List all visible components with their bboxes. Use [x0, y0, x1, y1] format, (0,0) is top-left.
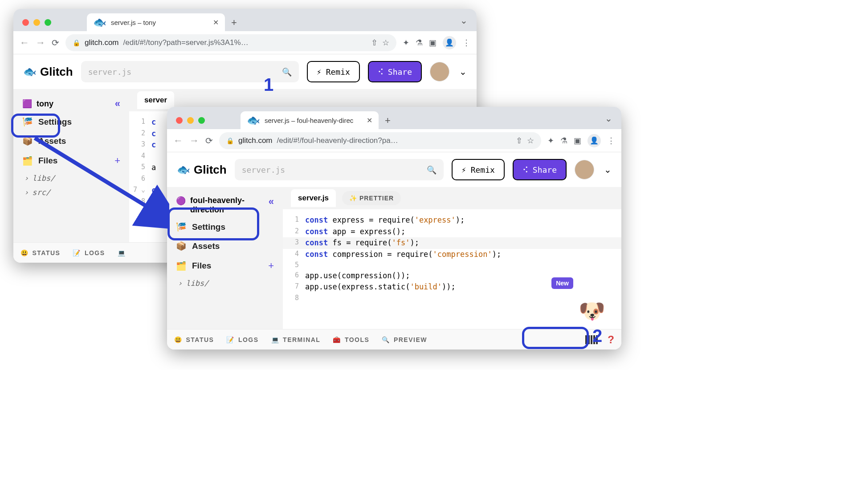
project-name: tony — [37, 99, 53, 109]
share-button[interactable]: ⠪ Share — [368, 61, 422, 82]
sidebar-item-assets[interactable]: 📦 Assets — [19, 131, 124, 150]
new-tab-button[interactable]: + — [379, 115, 397, 129]
sidepanel-icon[interactable]: ▣ — [574, 136, 581, 146]
folder-libs[interactable]: › libs/ — [172, 276, 277, 290]
add-file-icon[interactable]: + — [268, 260, 274, 272]
remix-button[interactable]: ⚡ Remix — [307, 61, 360, 82]
share-url-icon[interactable]: ⇧ — [516, 136, 522, 146]
sidebar: 🟣 foul-heavenly-direction « 🎏 Settings 📦… — [167, 187, 283, 329]
footer-bar: 😃 STATUS 📝 LOGS 💻 TERMINAL 🧰 TOOLS 🔍 PRE… — [167, 329, 621, 350]
prettier-button[interactable]: ✨ PRETTIER — [342, 191, 401, 205]
reload-button[interactable]: ⟳ — [52, 37, 59, 48]
share-label: Share — [533, 165, 557, 175]
forward-button[interactable]: → — [36, 37, 45, 49]
file-tab[interactable]: server — [137, 91, 174, 109]
address-bar[interactable]: 🔒 glitch.com/edit/#!/tony?path=server.js… — [65, 34, 396, 51]
collapse-sidebar-icon[interactable]: « — [115, 98, 120, 110]
kebab-menu-icon[interactable]: ⋮ — [607, 136, 615, 146]
add-file-icon[interactable]: + — [114, 155, 120, 167]
glitch-logo[interactable]: 🐟 Glitch — [177, 163, 227, 177]
help-button[interactable]: ? — [608, 333, 614, 346]
sidebar-item-files[interactable]: 🗂️ Files + — [19, 150, 124, 171]
folder-libs[interactable]: › libs/ — [19, 171, 124, 185]
extensions-icon[interactable]: ✦ — [403, 38, 409, 48]
footer-status[interactable]: 😃 STATUS — [174, 336, 214, 343]
tab-title: server.js – tony — [111, 19, 156, 26]
code-line: 8 — [283, 293, 621, 303]
remix-button[interactable]: ⚡ Remix — [452, 159, 505, 180]
footer-status[interactable]: 😃 STATUS — [20, 249, 60, 256]
kebab-menu-icon[interactable]: ⋮ — [462, 38, 470, 48]
app-body: 🟣 foul-heavenly-direction « 🎏 Settings 📦… — [167, 187, 621, 329]
editor-tabs: server.js ✨ PRETTIER — [283, 187, 621, 209]
profile-avatar-icon[interactable]: 👤 — [588, 134, 601, 147]
footer-label: LOGS — [85, 249, 105, 256]
minimize-window-icon[interactable] — [187, 117, 194, 124]
reload-button[interactable]: ⟳ — [205, 135, 213, 146]
labs-icon[interactable]: ⚗ — [560, 136, 567, 146]
footer-preview[interactable]: 🔍 PREVIEW — [382, 336, 427, 343]
project-name-badge[interactable]: 🟣 foul-heavenly-direction « — [172, 193, 277, 217]
chevron-right-icon: › — [24, 188, 29, 197]
minimize-window-icon[interactable] — [33, 19, 40, 26]
browser-tab[interactable]: 🐟 server.js – tony ✕ — [87, 13, 225, 31]
project-name-badge[interactable]: 🟪 tony « — [19, 95, 124, 112]
back-button[interactable]: ← — [20, 37, 29, 49]
piano-icon[interactable] — [585, 335, 598, 344]
maximize-window-icon[interactable] — [45, 19, 51, 26]
user-menu-caret-icon[interactable]: ⌄ — [457, 66, 467, 77]
footer-terminal-partial[interactable]: 💻 — [118, 249, 126, 256]
mascot-icon[interactable]: 🐶 — [579, 298, 605, 324]
browser-tab[interactable]: 🐟 server.js – foul-heavenly-direc ✕ — [241, 111, 379, 129]
search-icon: 🔍 — [282, 67, 292, 77]
remix-label: Remix — [326, 67, 350, 77]
footer-logs[interactable]: 📝 LOGS — [73, 249, 105, 256]
footer-terminal[interactable]: 💻 TERMINAL — [271, 336, 321, 343]
sidebar-item-settings[interactable]: 🎏 Settings — [172, 217, 277, 236]
maximize-window-icon[interactable] — [198, 117, 205, 124]
footer-logs[interactable]: 📝 LOGS — [226, 336, 258, 343]
collapse-sidebar-icon[interactable]: « — [269, 196, 274, 207]
glitch-logo[interactable]: 🐟 Glitch — [23, 65, 73, 79]
assets-icon: 📦 — [22, 136, 33, 146]
code-line: 5 — [283, 260, 621, 270]
share-button[interactable]: ⠪ Share — [513, 159, 567, 180]
labs-icon[interactable]: ⚗ — [416, 38, 423, 48]
extensions-icon[interactable]: ✦ — [547, 136, 554, 146]
close-tab-icon[interactable]: ✕ — [367, 116, 372, 125]
footer-tools[interactable]: 🧰 TOOLS — [333, 336, 369, 343]
address-bar[interactable]: 🔒 glitch.com/edit/#!/foul-heavenly-direc… — [219, 132, 541, 149]
code-editor[interactable]: 1const express = require('express');2con… — [283, 209, 621, 308]
search-input[interactable]: server.js 🔍 — [235, 159, 444, 180]
brand-text: Glitch — [194, 163, 227, 177]
user-avatar[interactable] — [575, 160, 594, 179]
user-avatar[interactable] — [430, 62, 449, 81]
logs-icon: 📝 — [73, 249, 81, 256]
new-tab-button[interactable]: + — [225, 17, 243, 31]
sidebar-item-assets[interactable]: 📦 Assets — [172, 236, 277, 256]
share-url-icon[interactable]: ⇧ — [371, 38, 378, 48]
profile-avatar-icon[interactable]: 👤 — [443, 36, 456, 49]
close-window-icon[interactable] — [176, 117, 183, 124]
close-tab-icon[interactable]: ✕ — [213, 18, 219, 27]
close-window-icon[interactable] — [22, 19, 29, 26]
sidepanel-icon[interactable]: ▣ — [429, 38, 437, 48]
window-controls — [19, 19, 51, 31]
sidebar-item-files[interactable]: 🗂️ Files + — [172, 256, 277, 276]
forward-button[interactable]: → — [189, 135, 199, 146]
search-placeholder: server.js — [88, 67, 132, 77]
folder-src[interactable]: › src/ — [19, 185, 124, 199]
file-tab[interactable]: server.js — [291, 189, 336, 207]
tab-list-caret-icon[interactable]: ⌄ — [605, 113, 612, 124]
lock-icon: 🔒 — [226, 137, 234, 144]
search-input[interactable]: server.js 🔍 — [81, 61, 299, 82]
tab-list-caret-icon[interactable]: ⌄ — [460, 15, 468, 26]
lock-icon: 🔒 — [73, 39, 80, 46]
star-icon[interactable]: ☆ — [527, 136, 534, 146]
star-icon[interactable]: ☆ — [382, 38, 389, 48]
user-menu-caret-icon[interactable]: ⌄ — [602, 164, 612, 175]
back-button[interactable]: ← — [173, 135, 183, 146]
sidebar-item-settings[interactable]: 🎏 Settings — [19, 112, 124, 131]
new-badge: New — [551, 277, 573, 289]
glitch-logo-icon: 🐟 — [177, 163, 190, 176]
